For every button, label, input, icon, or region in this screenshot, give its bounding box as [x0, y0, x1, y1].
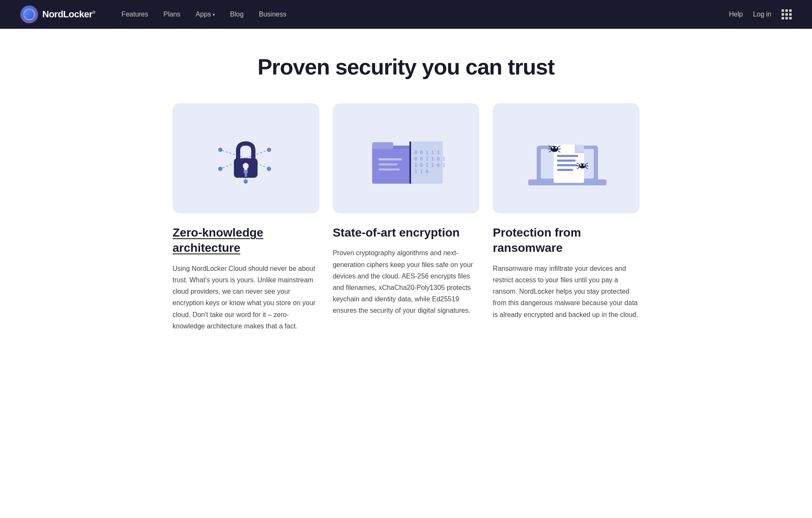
feature-text-encryption: State-of-art encryption Proven cryptogra…: [333, 213, 480, 317]
brand-name: NordLocker®: [42, 9, 95, 20]
svg-rect-37: [557, 164, 577, 166]
svg-text:0 0 1 1 1: 0 0 1 1 1: [414, 150, 440, 155]
feature-text-ransomware: Protection from ransomware Ransomware ma…: [493, 213, 639, 320]
logo-circle: [20, 6, 38, 23]
svg-point-49: [580, 164, 582, 166]
feature-title-ransomware: Protection from ransomware: [493, 225, 639, 256]
svg-text:1 1 0: 1 1 0: [414, 169, 428, 174]
nav-business[interactable]: Business: [253, 7, 292, 22]
main-content: Proven security you can trust: [152, 29, 660, 386]
feature-image-laptop: [493, 103, 639, 213]
svg-rect-26: [379, 158, 402, 160]
features-grid: Zero-knowledge architecture Using NordLo…: [173, 103, 639, 332]
folder-illustration: 0 0 1 1 1 0 0 1 1 0 1 1 0 1 1 0 1 1 1 0: [359, 120, 453, 196]
svg-point-48: [579, 163, 586, 168]
feature-desc-ransomware: Ransomware may infiltrate your devices a…: [493, 263, 639, 320]
feature-desc-encryption: Proven cryptography algorithms and next-…: [333, 247, 480, 316]
nav-apps[interactable]: Apps ▾: [190, 7, 221, 22]
svg-rect-18: [372, 142, 393, 149]
logo-inner: [23, 8, 35, 20]
svg-point-41: [555, 147, 557, 149]
feature-zero-knowledge: Zero-knowledge architecture Using NordLo…: [173, 103, 319, 332]
svg-rect-27: [379, 163, 398, 165]
svg-rect-36: [557, 160, 576, 162]
nav-features[interactable]: Features: [115, 7, 154, 22]
feature-encryption: 0 0 1 1 1 0 0 1 1 0 1 1 0 1 1 0 1 1 1 0 …: [333, 103, 480, 332]
navbar: NordLocker® Features Plans Apps ▾ Blog B…: [0, 0, 812, 29]
svg-point-6: [267, 148, 271, 152]
svg-point-8: [267, 167, 271, 171]
svg-rect-38: [557, 169, 573, 171]
nav-blog[interactable]: Blog: [224, 7, 250, 22]
svg-line-0: [220, 150, 246, 158]
svg-point-7: [218, 167, 222, 171]
feature-image-folder: 0 0 1 1 1 0 0 1 1 0 1 1 0 1 1 0 1 1 1 0: [333, 103, 480, 213]
svg-line-1: [246, 150, 269, 158]
nav-right: Help Log in: [729, 9, 792, 19]
svg-rect-19: [409, 141, 411, 184]
svg-rect-16: [245, 174, 247, 174]
svg-point-39: [551, 146, 558, 152]
feature-title-encryption: State-of-art encryption: [333, 225, 480, 240]
svg-rect-15: [245, 175, 247, 176]
svg-rect-28: [379, 168, 400, 171]
page-title: Proven security you can trust: [173, 54, 639, 80]
feature-desc-zero-knowledge: Using NordLocker Cloud should never be a…: [173, 263, 319, 332]
laptop-illustration: [520, 120, 613, 196]
lock-illustration: [208, 120, 284, 196]
nav-plans[interactable]: Plans: [158, 7, 187, 22]
brand-logo[interactable]: NordLocker®: [20, 6, 95, 23]
feature-image-lock: [173, 103, 319, 213]
svg-rect-25: [372, 149, 409, 184]
nav-links: Features Plans Apps ▾ Blog Business: [115, 7, 729, 22]
nav-help[interactable]: Help: [729, 11, 743, 18]
grid-menu-icon[interactable]: [782, 9, 792, 19]
svg-point-9: [244, 179, 248, 184]
svg-text:0 0 1 1 0 1: 0 0 1 1 0 1: [414, 156, 445, 162]
svg-rect-35: [557, 155, 578, 157]
svg-point-50: [583, 164, 585, 166]
feature-ransomware: Protection from ransomware Ransomware ma…: [493, 103, 639, 332]
feature-title-zero-knowledge[interactable]: Zero-knowledge architecture: [173, 225, 319, 256]
svg-point-40: [552, 147, 554, 149]
nav-login[interactable]: Log in: [753, 11, 771, 18]
svg-point-5: [218, 148, 222, 152]
svg-text:1 0 1 1  0 1: 1 0 1 1 0 1: [414, 163, 445, 168]
apps-chevron-icon: ▾: [213, 12, 215, 17]
feature-text-zero-knowledge: Zero-knowledge architecture Using NordLo…: [173, 213, 319, 332]
